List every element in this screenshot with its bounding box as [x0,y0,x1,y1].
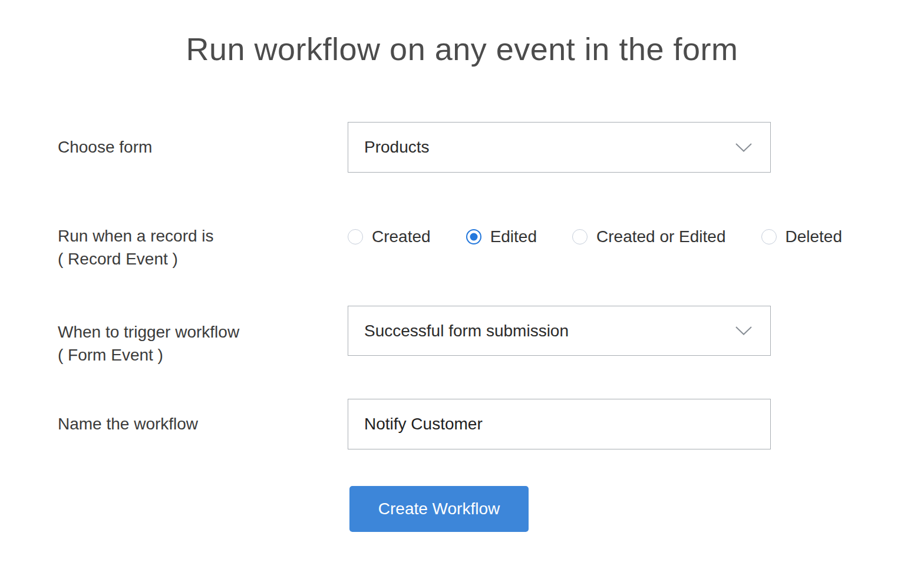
chevron-down-icon [735,143,753,153]
radio-label: Created [372,227,431,246]
radio-icon[interactable] [466,229,481,244]
radio-option-created-or-edited[interactable]: Created or Edited [572,227,725,246]
choose-form-selected-value: Products [364,138,430,157]
workflow-name-input[interactable] [348,399,771,449]
chevron-down-icon [735,326,753,336]
form-event-label-sub: ( Form Event ) [58,343,239,366]
radio-icon[interactable] [572,229,588,244]
choose-form-select[interactable]: Products [348,122,771,173]
radio-icon[interactable] [761,229,777,244]
page-title: Run workflow on any event in the form [0,31,924,67]
form-event-label-main: When to trigger workflow [58,323,239,341]
choose-form-label: Choose form [58,137,152,157]
form-event-select[interactable]: Successful form submission [348,306,771,356]
workflow-name-label: Name the workflow [58,414,198,434]
record-event-radio-group: Created Edited Created or Edited Deleted [348,227,842,246]
record-event-label: Run when a record is ( Record Event ) [58,224,214,270]
radio-label: Edited [490,227,537,246]
record-event-label-main: Run when a record is [58,227,214,245]
record-event-label-sub: ( Record Event ) [58,247,214,270]
radio-option-deleted[interactable]: Deleted [761,227,843,246]
radio-option-edited[interactable]: Edited [466,227,537,246]
create-workflow-button[interactable]: Create Workflow [349,486,529,532]
create-workflow-button-label: Create Workflow [378,500,500,518]
radio-icon[interactable] [348,229,363,244]
workflow-setup-screen: Run workflow on any event in the form Ch… [0,0,924,582]
radio-option-created[interactable]: Created [348,227,431,246]
radio-label: Created or Edited [596,227,725,246]
form-event-label: When to trigger workflow ( Form Event ) [58,320,239,366]
form-event-selected-value: Successful form submission [364,322,569,340]
radio-label: Deleted [786,227,843,246]
